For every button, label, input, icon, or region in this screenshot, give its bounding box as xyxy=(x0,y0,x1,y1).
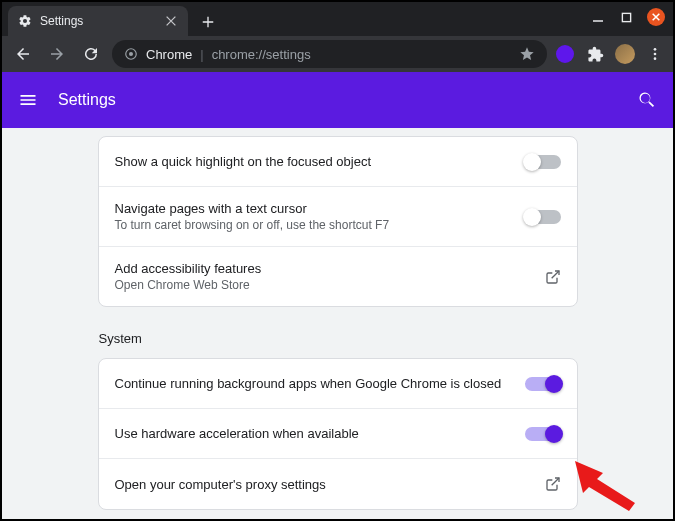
browser-tab[interactable]: Settings xyxy=(8,6,188,36)
row-title: Open your computer's proxy settings xyxy=(115,477,525,492)
back-button[interactable] xyxy=(10,41,36,67)
svg-point-3 xyxy=(654,48,657,51)
reload-button[interactable] xyxy=(78,41,104,67)
external-link-icon xyxy=(545,476,561,492)
system-card: Continue running background apps when Go… xyxy=(98,358,578,510)
row-background-apps[interactable]: Continue running background apps when Go… xyxy=(99,359,577,409)
svg-point-5 xyxy=(654,57,657,60)
row-title: Show a quick highlight on the focused ob… xyxy=(115,154,525,169)
settings-header: Settings xyxy=(2,72,673,128)
gear-icon xyxy=(18,14,32,28)
menu-button[interactable] xyxy=(645,44,665,64)
forward-button[interactable] xyxy=(44,41,70,67)
toggle-on[interactable] xyxy=(525,377,561,391)
search-icon[interactable] xyxy=(637,90,657,110)
row-hardware-accel[interactable]: Use hardware acceleration when available xyxy=(99,409,577,459)
accessibility-card: Show a quick highlight on the focused ob… xyxy=(98,136,578,307)
url-input[interactable]: Chrome | chrome://settings xyxy=(112,40,547,68)
row-title: Add accessibility features xyxy=(115,261,525,276)
row-subtitle: To turn caret browsing on or off, use th… xyxy=(115,218,525,232)
svg-rect-0 xyxy=(622,13,630,21)
toolbar-icons xyxy=(555,44,665,64)
extensions-button[interactable] xyxy=(585,44,605,64)
url-scheme: Chrome xyxy=(146,47,192,62)
toggle-off[interactable] xyxy=(525,155,561,169)
row-proxy-settings[interactable]: Open your computer's proxy settings xyxy=(99,459,577,509)
hamburger-icon[interactable] xyxy=(18,90,38,110)
close-icon[interactable] xyxy=(164,14,178,28)
minimize-button[interactable] xyxy=(591,10,605,24)
window-controls xyxy=(591,8,665,26)
url-text: chrome://settings xyxy=(212,47,311,62)
row-title: Continue running background apps when Go… xyxy=(115,376,525,391)
toggle-off[interactable] xyxy=(525,210,561,224)
row-quick-highlight[interactable]: Show a quick highlight on the focused ob… xyxy=(99,137,577,187)
maximize-button[interactable] xyxy=(619,10,633,24)
section-system: System xyxy=(99,331,579,346)
row-subtitle: Open Chrome Web Store xyxy=(115,278,525,292)
svg-point-2 xyxy=(129,52,133,56)
row-title: Use hardware acceleration when available xyxy=(115,426,525,441)
page-title: Settings xyxy=(58,91,617,109)
window-close-button[interactable] xyxy=(647,8,665,26)
svg-point-4 xyxy=(654,53,657,56)
new-tab-button[interactable] xyxy=(194,8,222,36)
titlebar: Settings xyxy=(2,2,673,36)
external-link-icon xyxy=(545,269,561,285)
star-icon[interactable] xyxy=(519,46,535,62)
addressbar: Chrome | chrome://settings xyxy=(2,36,673,72)
profile-avatar[interactable] xyxy=(615,44,635,64)
row-add-accessibility[interactable]: Add accessibility features Open Chrome W… xyxy=(99,247,577,306)
row-caret-browsing[interactable]: Navigate pages with a text cursor To tur… xyxy=(99,187,577,247)
extension-icon-1[interactable] xyxy=(555,44,575,64)
content-scroll[interactable]: Show a quick highlight on the focused ob… xyxy=(2,128,673,519)
chrome-page-icon xyxy=(124,47,138,61)
row-title: Navigate pages with a text cursor xyxy=(115,201,525,216)
toggle-on[interactable] xyxy=(525,427,561,441)
tab-title: Settings xyxy=(40,14,156,28)
